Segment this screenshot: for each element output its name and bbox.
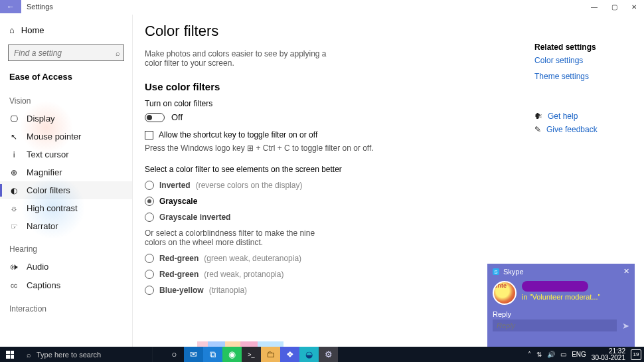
tray-chevron-icon[interactable]: ˄: [528, 351, 531, 358]
toast-close-button[interactable]: ✕: [623, 267, 629, 276]
nav-color-filters[interactable]: ◐ Color filters: [0, 181, 132, 199]
app-explorer[interactable]: 🗀: [261, 347, 280, 362]
app-header: ← Settings — ▢ ✕: [0, 0, 644, 13]
sidebar-home[interactable]: ⌂ Home: [0, 23, 132, 38]
start-button[interactable]: [0, 351, 20, 359]
nav-captions[interactable]: ㏄ Captions: [0, 276, 132, 295]
app-cortana[interactable]: ○: [165, 347, 184, 362]
captions-icon: ㏄: [9, 280, 19, 291]
filter-inverted[interactable]: Inverted (reverse colors on the display): [145, 181, 490, 190]
nav-label: Text cursor: [27, 149, 69, 159]
tray-language[interactable]: ENG: [572, 351, 586, 358]
app-whatsapp[interactable]: ◉: [222, 347, 242, 362]
filter-tritanopia[interactable]: Blue-yellow (tritanopia): [145, 286, 490, 295]
filter-sub: (green weak, deuteranopia): [204, 254, 301, 263]
sidebar: ⌂ Home ⌕ Ease of Access Vision 🖵 Display…: [0, 15, 133, 347]
filter-name: Grayscale: [159, 197, 197, 206]
cursor-icon: Ꭵ: [9, 150, 19, 159]
filter-deuteranopia[interactable]: Red-green (green weak, deuteranopia): [145, 254, 490, 263]
radio-icon: [145, 197, 154, 206]
app-settings[interactable]: ⚙: [319, 347, 338, 362]
radio-icon: [145, 254, 154, 263]
select-filter-label: Select a color filter to see elements on…: [145, 165, 490, 174]
tray-clock[interactable]: 21:32 30-03-2021: [592, 348, 625, 361]
back-icon: ←: [7, 2, 15, 11]
toast-avatar: unte: [493, 281, 517, 305]
tray-time: 21:32: [592, 348, 625, 355]
toast-send-button[interactable]: ➤: [622, 321, 629, 331]
tray-network-icon[interactable]: ⇅: [536, 351, 542, 358]
app-discord[interactable]: ❖: [280, 347, 299, 362]
taskbar-apps: ○ ✉ ⧉ ◉ >_ 🗀 ❖ ◒ ⚙: [153, 347, 338, 362]
page-title: Color filters: [145, 23, 490, 40]
nav-label: Display: [27, 114, 55, 124]
link-theme-settings[interactable]: Theme settings: [534, 72, 634, 81]
page-description: Make photos and colors easier to see by …: [145, 49, 344, 68]
taskbar-search[interactable]: ⌕ Type here to search: [20, 347, 153, 362]
filter-protanopia[interactable]: Red-green (red weak, protanopia): [145, 270, 490, 279]
get-help[interactable]: 🗣 Get help: [534, 112, 634, 121]
filter-sub: (red weak, protanopia): [204, 270, 283, 279]
help-icon: 🗣: [534, 112, 542, 121]
tray-notifications[interactable]: 19: [631, 349, 641, 360]
sidebar-section: Ease of Access: [0, 66, 132, 87]
colorblind-desc: Or select a colorblindness filter to mak…: [145, 228, 337, 247]
tray-volume-icon[interactable]: 🔊: [547, 351, 555, 358]
app-store[interactable]: ⧉: [203, 347, 222, 362]
search-box[interactable]: ⌕: [8, 45, 124, 61]
nav-label: High contrast: [27, 203, 78, 213]
contrast-icon: ☼: [9, 204, 19, 213]
feedback-label: Give feedback: [546, 125, 598, 134]
color-filters-icon: ◐: [9, 186, 19, 195]
link-color-settings[interactable]: Color settings: [534, 56, 634, 65]
nav-text-cursor[interactable]: Ꭵ Text cursor: [0, 145, 132, 163]
radio-icon: [145, 213, 154, 222]
feedback-icon: ✎: [534, 125, 541, 134]
minimize-button[interactable]: —: [584, 0, 604, 13]
nav-narrator[interactable]: ☞ Narrator: [0, 217, 132, 235]
filter-grayscale[interactable]: Grayscale: [145, 197, 490, 206]
narrator-icon: ☞: [9, 222, 19, 231]
shortcut-checkbox[interactable]: [145, 131, 153, 139]
group-hearing: Hearing: [0, 235, 132, 258]
group-interaction: Interaction: [0, 295, 132, 317]
radio-icon: [145, 270, 154, 279]
related-heading: Related settings: [534, 43, 634, 52]
app-terminal[interactable]: >_: [242, 347, 261, 362]
filter-sub: (tritanopia): [209, 286, 247, 295]
close-button[interactable]: ✕: [624, 0, 644, 13]
app-edge[interactable]: ◒: [299, 347, 319, 362]
toggle-switch[interactable]: [145, 113, 165, 122]
group-vision: Vision: [0, 87, 132, 110]
nav-high-contrast[interactable]: ☼ High contrast: [0, 199, 132, 217]
give-feedback[interactable]: ✎ Give feedback: [534, 125, 634, 134]
nav-magnifier[interactable]: ⊕ Magnifier: [0, 163, 132, 181]
nav-display[interactable]: 🖵 Display: [0, 110, 132, 128]
filter-grayscale-inverted[interactable]: Grayscale inverted: [145, 213, 490, 222]
use-filters-heading: Use color filters: [145, 81, 490, 92]
nav-audio[interactable]: 🕪 Audio: [0, 258, 132, 276]
back-button[interactable]: ←: [0, 0, 21, 13]
toast-reply-input[interactable]: [493, 319, 617, 331]
search-icon: ⌕: [27, 351, 31, 359]
toggle-state: Off: [171, 112, 183, 122]
maximize-button[interactable]: ▢: [604, 0, 624, 13]
window-controls: — ▢ ✕: [584, 0, 644, 13]
app-title: Settings: [27, 3, 53, 11]
nav-label: Mouse pointer: [27, 132, 81, 141]
filter-sub: (reverse colors on the display): [196, 181, 303, 190]
home-icon: ⌂: [9, 25, 15, 35]
search-input[interactable]: [13, 48, 116, 58]
radio-icon: [145, 286, 154, 295]
nav-label: Captions: [27, 280, 60, 290]
windows-icon: [6, 351, 14, 359]
filter-name: Grayscale inverted: [159, 213, 230, 222]
nav-mouse-pointer[interactable]: ↖ Mouse pointer: [0, 128, 132, 145]
tray-battery-icon[interactable]: ▭: [560, 351, 566, 358]
magnifier-icon: ⊕: [9, 168, 19, 177]
app-mail[interactable]: ✉: [184, 347, 203, 362]
tray-date: 30-03-2021: [592, 355, 625, 361]
nav-label: Color filters: [27, 185, 70, 195]
toggle-label: Turn on color filters: [145, 99, 490, 108]
taskbar: ⌕ Type here to search ○ ✉ ⧉ ◉ >_ 🗀 ❖ ◒ ⚙…: [0, 347, 644, 362]
